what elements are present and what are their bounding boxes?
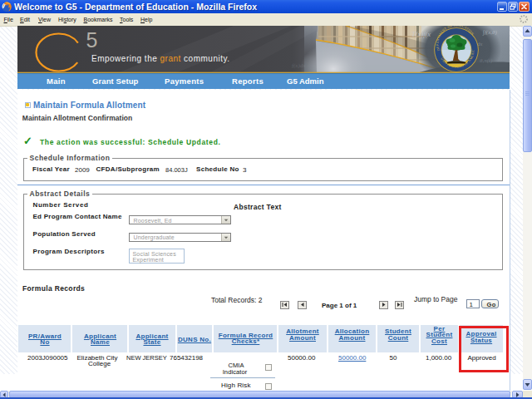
svg-text:∫f(x,θ): ∫f(x,θ) bbox=[482, 29, 497, 36]
svg-text:T(x)f(x: T(x)f(x bbox=[411, 30, 431, 38]
svg-text:5: 5 bbox=[86, 28, 98, 52]
svg-text:Empowering the grant community: Empowering the grant community. bbox=[91, 54, 230, 63]
svg-text:θ,π(t): θ,π(t) bbox=[480, 57, 493, 64]
svg-text:f(x)dx: f(x)dx bbox=[292, 62, 306, 69]
